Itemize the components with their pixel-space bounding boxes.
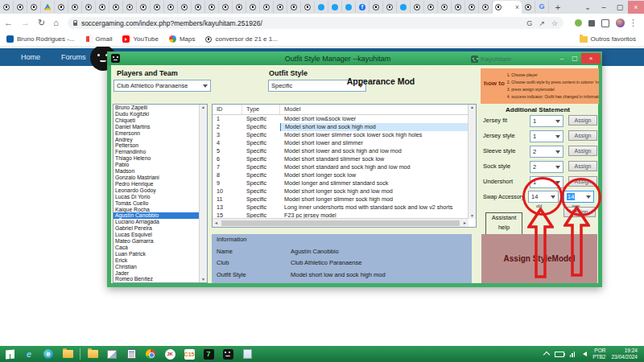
cell-model[interactable]: Model short longer sock high and low mod [280,187,469,195]
taskbar-app-folder[interactable] [83,347,102,361]
player-list-item[interactable]: Petterson [114,142,200,149]
background-tab[interactable] [452,1,465,13]
column-header[interactable]: Model [280,105,476,114]
network-signal-icon[interactable] [570,352,576,357]
cell-model[interactable]: Model short standard and sock high and l… [280,163,469,171]
nav-link-home[interactable]: Home [21,53,40,61]
language-indicator[interactable]: POR PTB2 [592,348,605,360]
background-tab[interactable] [260,1,274,13]
taskbar-app-kayu[interactable] [218,347,237,361]
background-tab[interactable] [96,1,109,13]
assign-button[interactable]: Assign [568,146,597,156]
background-tab[interactable] [246,1,260,13]
players-team-dropdown[interactable]: Club Athletico Paranaense [114,80,211,92]
player-list-scrollbar[interactable]: ▲ ▼ [199,105,207,282]
cell-model[interactable]: Model short lower slimmer sock lower soc… [280,131,469,139]
bookmark-item[interactable]: Maps [169,35,196,43]
bookmark-item[interactable]: conversor de 21 e 1... [205,35,277,43]
scroll-up-icon[interactable]: ▲ [201,105,205,110]
player-list-item[interactable]: Romeo Benítez [114,276,200,282]
background-tab[interactable] [301,1,315,13]
background-tab[interactable]: G [535,1,549,13]
cell-model[interactable]: Model short lower and sock high and low … [280,147,469,155]
background-tab[interactable] [522,1,535,13]
table-hscrollbar[interactable]: ◄ ► [213,218,469,227]
forward-button[interactable]: → [21,19,30,27]
background-tab[interactable] [233,1,246,13]
bookmark-item[interactable]: Gmail [85,35,113,43]
player-list-item[interactable]: Mateo Gamarra [114,238,200,245]
outfit-model-table[interactable]: IDTypeModel 1SpecificModel short low&soc… [212,104,477,228]
assign-button[interactable]: Assign [568,130,597,141]
extensions-puzzle-icon[interactable] [588,20,595,27]
background-tab[interactable] [287,1,301,13]
scroll-down-icon[interactable]: ▼ [470,213,474,219]
background-tab[interactable] [151,1,164,13]
reload-button[interactable]: ↻ [38,19,45,27]
scroll-up-icon[interactable]: ▲ [470,105,474,110]
cell-model[interactable]: Model longer and slimmer standard sock [280,179,469,187]
assistant-help-button[interactable]: Assistanthelp [485,212,522,235]
background-tab[interactable] [315,1,328,13]
player-list-item[interactable]: Jader [114,270,200,277]
background-tab[interactable]: f [356,1,369,13]
window-minimize-button[interactable]: – [596,1,612,14]
background-tab[interactable] [68,1,82,13]
background-tab[interactable] [0,1,14,13]
home-button[interactable]: ⌂ [53,19,59,27]
table-row[interactable]: 4SpecificModel short lower and slimmer [213,139,469,147]
background-tab[interactable] [109,1,123,13]
background-tab[interactable] [27,1,41,13]
background-tab[interactable] [205,1,219,13]
scroll-right-icon[interactable]: ► [461,220,469,225]
table-row[interactable]: 9SpecificModel longer and slimmer standa… [213,179,469,187]
back-button[interactable]: ← [4,19,13,27]
player-list-item[interactable]: Erick [114,257,200,264]
background-tab[interactable] [397,1,411,13]
tab-search-chevron-icon[interactable]: ⌄ [580,1,596,14]
background-tab[interactable] [274,1,287,13]
background-tab[interactable] [178,1,192,13]
player-list-item[interactable]: Lucas Esquivel [114,232,200,238]
background-tabs[interactable]: f [0,1,493,13]
background-tab[interactable] [328,1,342,13]
clock[interactable]: 19:24 23/04/2024 [611,348,638,360]
player-list-item[interactable]: Gabriel Pereira [114,225,200,232]
close-tab-icon[interactable]: × [515,4,519,11]
background-tab[interactable] [55,1,68,13]
trailing-tabs[interactable]: G [522,1,549,13]
taskbar-app-photos[interactable] [102,347,122,361]
table-row[interactable]: 2SpecificModel short low and sock high m… [213,123,469,131]
url-text[interactable]: soccergaming.com/index.php?members/kayuh… [81,19,262,27]
table-row[interactable]: 3SpecificModel short lower slimmer sock … [213,131,469,139]
table-row[interactable]: 13SpecificLong inner undershorts mod wit… [213,204,469,212]
player-list-item[interactable]: Leonardo Godoy [114,187,200,194]
tray-expand-icon[interactable] [543,352,549,358]
player-list-item[interactable]: Luan Patrick [114,251,200,257]
bookmark-item[interactable]: YouTube [122,35,158,43]
player-list-item[interactable]: Daniel Martins [114,124,200,130]
side-panel-icon[interactable] [601,19,609,27]
speaker-icon[interactable] [580,352,587,356]
nav-link-forums[interactable]: Forums [61,53,86,61]
player-list-item[interactable]: Cacá [114,245,200,251]
player-list-item[interactable]: Christian [114,264,200,270]
cell-model[interactable]: Model short low&sock lower [280,115,469,123]
taskbar-app-edge[interactable]: e [39,347,58,361]
background-tab[interactable] [137,1,151,13]
table-row[interactable]: 5SpecificModel short lower and sock high… [213,147,469,155]
scroll-left-icon[interactable]: ◄ [213,220,220,225]
taskbar-app-jk[interactable]: JK [160,347,180,361]
player-list-item[interactable]: Kaique Rocha [114,207,200,213]
background-tab[interactable] [41,1,55,13]
background-tab[interactable] [438,1,452,13]
additional-row-dropdown[interactable]: 1 [530,115,564,127]
player-list-item[interactable]: Lucas Di Yorio [114,194,200,200]
active-tab[interactable]: × [493,1,522,14]
table-row[interactable]: 10SpecificModel short longer sock high a… [213,187,469,195]
table-row[interactable]: 8SpecificModel short longer sock low [213,171,469,179]
cell-model[interactable]: Long inner undershorts mod with standard… [280,204,469,212]
column-header[interactable]: Type [242,105,280,114]
taskbar-app-start[interactable] [0,347,19,361]
background-tab[interactable] [369,1,383,13]
